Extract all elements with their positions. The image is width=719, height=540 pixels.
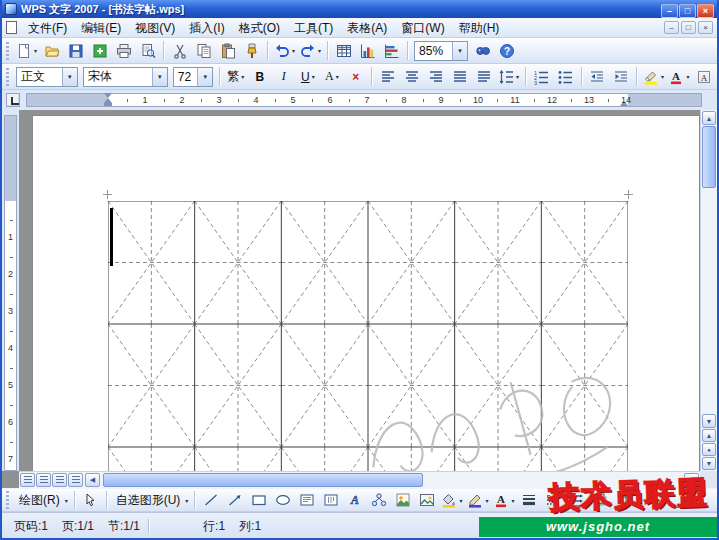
- copy-button[interactable]: [192, 40, 215, 62]
- minimize-button[interactable]: –: [661, 4, 678, 18]
- dropdown-arrow-icon[interactable]: ▾: [197, 68, 212, 86]
- char-border-button[interactable]: A: [692, 66, 715, 88]
- line-button[interactable]: [199, 489, 222, 511]
- char-border-icon: A: [696, 69, 712, 85]
- menu-item-help[interactable]: 帮助(H): [452, 19, 507, 37]
- horizontal-scroll-thumb[interactable]: [103, 473, 423, 487]
- arrow-button[interactable]: [223, 489, 246, 511]
- convert-traditional-button[interactable]: 繁▾: [224, 66, 247, 88]
- indent-button[interactable]: [609, 66, 632, 88]
- word-art-button[interactable]: A: [343, 489, 366, 511]
- draw-menu-button[interactable]: 绘图(R)▾: [14, 489, 70, 511]
- vertical-ruler[interactable]: 1234567: [2, 110, 19, 471]
- undo-button[interactable]: ▾: [272, 40, 297, 62]
- help-button[interactable]: ?: [495, 40, 518, 62]
- outdent-button[interactable]: [585, 66, 608, 88]
- font-combo[interactable]: 宋体▾: [83, 67, 168, 87]
- wps-window: WPS 文字 2007 - [书法字帖.wps] –□× 文件(F)编辑(E)视…: [0, 0, 719, 540]
- scroll-up-button[interactable]: ▲: [702, 111, 716, 125]
- print-preview-button[interactable]: [136, 40, 159, 62]
- horizontal-ruler[interactable]: 1234567891011121314: [26, 93, 702, 107]
- ruler-number: 12: [547, 95, 557, 105]
- menu-item-view[interactable]: 视图(V): [128, 19, 182, 37]
- style-combo[interactable]: 正文▾: [16, 67, 78, 87]
- dropdown-arrow-icon[interactable]: ▾: [152, 68, 167, 86]
- insert-table-button[interactable]: [332, 40, 355, 62]
- new-button[interactable]: ▾: [14, 40, 39, 62]
- dropdown-arrow-icon[interactable]: ▾: [62, 68, 77, 86]
- italic-button[interactable]: I: [272, 66, 295, 88]
- bold-button[interactable]: B: [248, 66, 271, 88]
- clear-format-button[interactable]: ×: [344, 66, 367, 88]
- text-box-button[interactable]: [295, 489, 318, 511]
- autoshapes-menu-button[interactable]: 自选图形(U)▾: [111, 489, 191, 511]
- align-distribute-button[interactable]: [472, 66, 495, 88]
- scroll-left-button[interactable]: ◀: [85, 473, 100, 487]
- paste-icon: [220, 43, 236, 59]
- align-left-button[interactable]: [376, 66, 399, 88]
- menu-item-tools[interactable]: 工具(T): [287, 19, 340, 37]
- zoom-combo[interactable]: 85%▾: [414, 41, 468, 61]
- align-center-button[interactable]: [400, 66, 423, 88]
- format-painter-button[interactable]: [240, 40, 263, 62]
- document-close-button[interactable]: ×: [698, 21, 713, 34]
- line-spacing-button[interactable]: ▾: [496, 66, 520, 88]
- maximize-button[interactable]: □: [679, 4, 696, 18]
- outline-view-button[interactable]: [68, 473, 83, 487]
- menu-item-format[interactable]: 格式(O): [232, 19, 287, 37]
- export-button[interactable]: [88, 40, 111, 62]
- cut-button[interactable]: [168, 40, 191, 62]
- insert-picture-button[interactable]: [415, 489, 438, 511]
- size-combo[interactable]: 72▾: [173, 67, 214, 87]
- select-cursor-button[interactable]: [79, 489, 102, 511]
- rectangle-button[interactable]: [247, 489, 270, 511]
- next-page-button[interactable]: ▼: [702, 457, 716, 470]
- highlight-button[interactable]: ▾: [641, 66, 665, 88]
- oval-button[interactable]: [271, 489, 294, 511]
- chart-bar-button[interactable]: [380, 40, 403, 62]
- bullets-button[interactable]: [554, 66, 577, 88]
- save-button[interactable]: [64, 40, 87, 62]
- vertical-scrollbar[interactable]: ▲ ▼ ▲ ● ▼: [700, 110, 717, 471]
- previous-page-button[interactable]: ▲: [702, 429, 716, 442]
- select-browse-object-button[interactable]: ●: [702, 443, 716, 456]
- normal-view-button[interactable]: [20, 473, 35, 487]
- tab-stop-selector[interactable]: [6, 93, 20, 107]
- ruler-number: 5: [5, 380, 16, 390]
- insert-diagram-button[interactable]: [367, 489, 390, 511]
- scroll-down-button[interactable]: ▼: [702, 414, 716, 428]
- print-button[interactable]: [112, 40, 135, 62]
- find-button[interactable]: [471, 40, 494, 62]
- paste-button[interactable]: [216, 40, 239, 62]
- left-indent-marker[interactable]: [104, 103, 112, 106]
- document-restore-button[interactable]: □: [681, 21, 696, 34]
- numbering-button[interactable]: 123: [530, 66, 553, 88]
- menu-item-window[interactable]: 窗口(W): [394, 19, 451, 37]
- align-right-button[interactable]: [424, 66, 447, 88]
- open-button[interactable]: [40, 40, 63, 62]
- align-justify-button[interactable]: [448, 66, 471, 88]
- menu-item-insert[interactable]: 插入(I): [182, 19, 231, 37]
- clip-art-button[interactable]: [391, 489, 414, 511]
- vertical-scroll-thumb[interactable]: [702, 126, 716, 188]
- dropdown-arrow-icon[interactable]: ▾: [452, 42, 467, 60]
- underline-button[interactable]: U▾: [296, 66, 319, 88]
- close-button[interactable]: ×: [697, 4, 714, 18]
- redo-button[interactable]: ▾: [298, 40, 323, 62]
- menu-item-file[interactable]: 文件(F): [21, 19, 74, 37]
- badge-url: www.jsgho.net: [479, 517, 717, 537]
- vertical-text-box-icon: [323, 492, 339, 508]
- document-minimize-button[interactable]: –: [664, 21, 679, 34]
- web-view-button[interactable]: [36, 473, 51, 487]
- font-color-button[interactable]: A▾: [667, 66, 691, 88]
- fill-color-button[interactable]: ▾: [439, 489, 464, 511]
- ruler-number: 10: [473, 95, 483, 105]
- font-effect-button[interactable]: A▾: [320, 66, 343, 88]
- menu-item-table[interactable]: 表格(A): [340, 19, 394, 37]
- highlight-icon: [643, 69, 659, 85]
- page-view-button[interactable]: [52, 473, 67, 487]
- menu-item-edit[interactable]: 编辑(E): [74, 19, 128, 37]
- vertical-text-box-button[interactable]: [319, 489, 342, 511]
- document-page[interactable]: [32, 115, 700, 471]
- chart-column-button[interactable]: [356, 40, 379, 62]
